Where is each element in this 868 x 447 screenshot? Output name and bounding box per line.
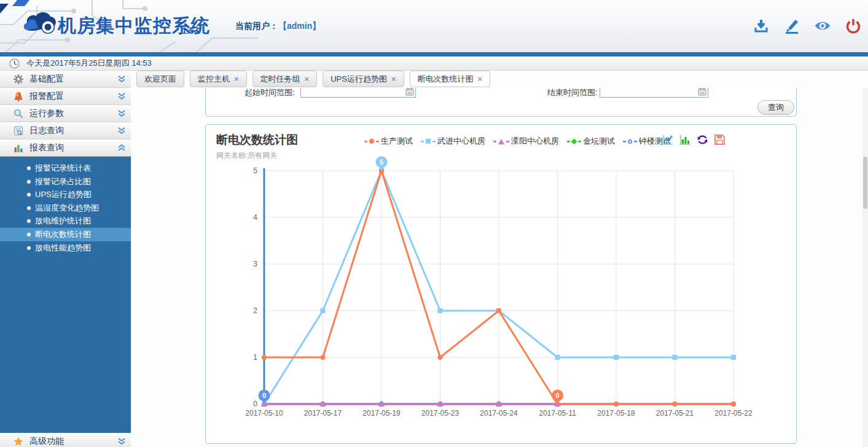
sidebar: 基础配置 报警配置 运行参数 [0, 71, 131, 447]
sidebar-item-advanced[interactable]: 高级功能 [0, 433, 131, 447]
star-icon [14, 437, 23, 446]
submenu-item-discharge-maintenance[interactable]: 放电维护统计图 [0, 214, 131, 228]
svg-text:2017-05-18: 2017-05-18 [597, 409, 635, 418]
power-icon[interactable] [845, 17, 862, 34]
calendar-icon[interactable] [405, 87, 414, 96]
svg-text:0: 0 [253, 400, 257, 408]
tab-ups-trend[interactable]: UPS运行趋势图× [323, 71, 404, 87]
report-chart-icon [14, 143, 23, 153]
tab-close-icon[interactable]: × [305, 74, 310, 84]
submenu-item-discharge-performance[interactable]: 放电性能趋势图 [0, 241, 131, 255]
submenu-item-alarm-record-table[interactable]: 报警记录统计表 [0, 161, 131, 175]
date-bar: 今天是2017年5月25日星期四 14:53 [0, 56, 868, 71]
line-chart-plot: 0123452017-05-102017-05-172017-05-192017… [206, 125, 796, 443]
sidebar-item-label: 高级功能 [29, 436, 64, 447]
tab-close-icon[interactable]: × [234, 74, 239, 84]
svg-text:2017-05-11: 2017-05-11 [539, 409, 576, 418]
tab-label: UPS运行趋势图 [330, 74, 387, 85]
date-text: 今天是2017年5月25日星期四 14:53 [26, 58, 152, 69]
header-accent-bar [0, 52, 868, 56]
chevron-double-down-icon [117, 76, 126, 83]
svg-text:1: 1 [253, 353, 257, 362]
svg-text:2017-05-21: 2017-05-21 [656, 409, 694, 418]
sidebar-item-label: 基础配置 [29, 74, 64, 85]
magnifier-icon [14, 109, 23, 119]
sidebar-item-basic-config[interactable]: 基础配置 [0, 71, 131, 88]
calendar-icon[interactable] [698, 87, 706, 96]
chevron-double-down-icon [117, 93, 126, 100]
sidebar-bottom: 高级功能 [0, 433, 131, 447]
sidebar-item-runtime-params[interactable]: 运行参数 [0, 105, 131, 122]
tab-bar: 欢迎页面 监控主机× 定时任务组× UPS运行趋势图× 断电次数统计图× [131, 71, 868, 88]
sidebar-item-alarm-config[interactable]: 报警配置 [0, 88, 131, 105]
current-user: 当前用户：【admin】 [235, 21, 321, 32]
submenu-item-temp-humidity-trend[interactable]: 温湿度变化趋势图 [0, 201, 131, 215]
svg-text:2017-05-22: 2017-05-22 [714, 409, 753, 418]
svg-text:2017-05-17: 2017-05-17 [304, 409, 342, 418]
report-submenu: 报警记录统计表 报警记录占比图 UPS运行趋势图 温湿度变化趋势图 放电维护统计… [0, 157, 131, 433]
tab-welcome[interactable]: 欢迎页面 [136, 71, 184, 87]
svg-text:5: 5 [380, 158, 383, 166]
page-scrollbar[interactable] [862, 71, 868, 447]
svg-text:2: 2 [253, 306, 257, 315]
sidebar-item-label: 运行参数 [29, 108, 64, 119]
alarm-bell-icon [14, 91, 23, 101]
download-icon[interactable] [753, 17, 770, 34]
svg-text:2017-05-19: 2017-05-19 [362, 409, 401, 418]
sidebar-item-label: 报警配置 [29, 91, 64, 102]
svg-text:4: 4 [253, 213, 257, 222]
tab-monitor-host[interactable]: 监控主机× [190, 71, 247, 87]
tab-label: 断电次数统计图 [418, 74, 474, 85]
tab-label: 欢迎页面 [144, 74, 176, 85]
submenu-item-alarm-record-pie[interactable]: 报警记录占比图 [0, 175, 131, 189]
tab-label: 监控主机 [198, 74, 230, 85]
tab-close-icon[interactable]: × [478, 74, 483, 84]
chart-panel: 断电次数统计图 网关名称:所有网关 生产测试 武进中心机房 溧阳中心机房 金坛测… [205, 124, 797, 444]
sidebar-item-log-query[interactable]: 日志查询 [0, 122, 131, 139]
submenu-item-power-outage-count[interactable]: 断电次数统计图 [0, 228, 131, 241]
tab-label: 定时任务组 [260, 74, 300, 85]
sidebar-item-report-query[interactable]: 报表查询 [0, 139, 131, 157]
chevron-double-down-icon [117, 110, 126, 117]
submenu-item-ups-trend[interactable]: UPS运行趋势图 [0, 188, 131, 201]
current-user-label: 当前用户： [235, 21, 278, 31]
tab-close-icon[interactable]: × [391, 74, 396, 84]
chevron-double-up-icon [117, 144, 126, 152]
current-user-value: 【admin】 [278, 21, 321, 31]
gear-icon [14, 74, 23, 84]
start-time-label: 起始时间范围: [244, 87, 295, 98]
svg-text:0: 0 [262, 392, 266, 399]
app-version: 1.5.0 [182, 26, 201, 36]
tab-scheduled-task-group[interactable]: 定时任务组× [252, 71, 318, 87]
svg-text:5: 5 [253, 166, 257, 175]
query-button[interactable]: 查询 [757, 100, 794, 115]
eye-icon[interactable] [814, 17, 831, 34]
end-time-label: 结束时间范围: [547, 87, 598, 98]
tab-power-outage-count[interactable]: 断电次数统计图× [410, 71, 491, 87]
sidebar-item-label: 日志查询 [29, 125, 64, 136]
svg-text:2017-05-23: 2017-05-23 [421, 409, 459, 418]
app-logo-cloud-icon [22, 10, 58, 36]
clock-icon [9, 58, 20, 69]
svg-text:3: 3 [253, 260, 257, 268]
app-header: 机房集中监控系统 1.5.0 当前用户：【admin】 [0, 0, 868, 52]
sidebar-item-label: 报表查询 [29, 142, 64, 154]
header-actions [753, 17, 862, 34]
chevron-double-down-icon [117, 127, 126, 134]
log-search-icon [14, 126, 23, 136]
svg-text:2017-05-10: 2017-05-10 [245, 409, 283, 418]
chevron-double-down-icon [117, 438, 126, 445]
edit-pencil-icon[interactable] [783, 17, 800, 34]
page-scrollbar-thumb[interactable] [863, 157, 867, 209]
svg-text:2017-05-24: 2017-05-24 [480, 409, 518, 418]
app-root: 机房集中监控系统 1.5.0 当前用户：【admin】 [0, 0, 868, 447]
svg-text:0: 0 [555, 392, 559, 399]
